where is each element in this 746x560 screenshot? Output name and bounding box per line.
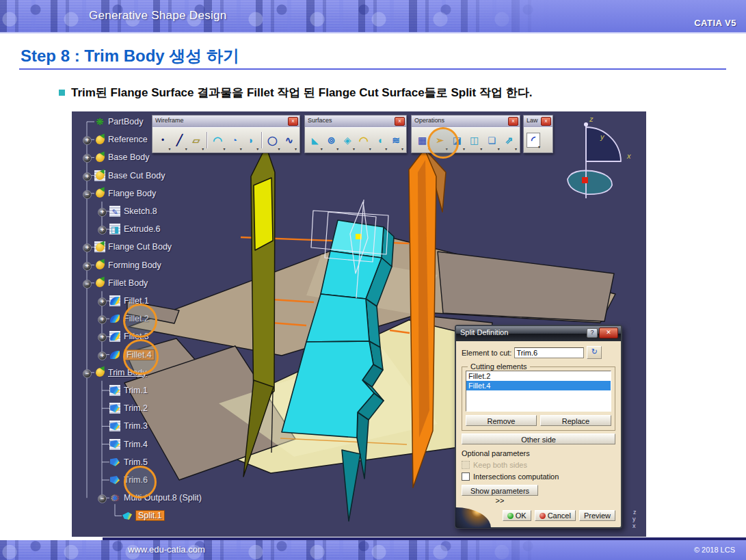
expander-icon[interactable]: + — [83, 172, 92, 181]
tree-item-fillet-1[interactable]: +Fillet.1 — [74, 295, 245, 307]
svg-text:x: x — [632, 522, 636, 529]
checkbox-icon[interactable] — [462, 472, 470, 481]
sphere-surface-icon[interactable] — [340, 131, 355, 150]
expander-icon[interactable]: + — [98, 333, 107, 342]
boundary-icon[interactable] — [466, 131, 482, 150]
expander-icon[interactable]: + — [98, 315, 107, 324]
expander-icon[interactable]: + — [98, 297, 107, 306]
expander-icon[interactable]: + — [98, 351, 107, 360]
revolve-surface-icon[interactable] — [324, 131, 339, 150]
blend-curve-icon[interactable] — [243, 131, 258, 150]
tree-item-label[interactable]: Base Cut Body — [108, 171, 165, 181]
tree-item-fillet-2[interactable]: +Fillet.2 — [74, 312, 245, 325]
expander-icon[interactable]: + — [83, 136, 92, 145]
expander-icon[interactable]: + — [98, 226, 107, 235]
expander-icon[interactable]: + — [83, 154, 92, 163]
tree-item-forming-body[interactable]: +Forming Body — [74, 259, 245, 271]
tree-item-split-1[interactable]: Split.1 — [74, 509, 245, 522]
body-icon — [94, 152, 105, 163]
tree-item-label[interactable]: Sketch.8 — [124, 206, 157, 216]
tree-item-fillet-4[interactable]: +Fillet.4 — [74, 349, 245, 361]
toolbar-surfaces[interactable]: Surfaces x — [304, 115, 407, 153]
cutting-elements-list[interactable]: Fillet.2Fillet.4 — [466, 371, 611, 412]
circle-icon[interactable] — [265, 131, 280, 150]
tree-item-label[interactable]: Fillet Body — [108, 278, 148, 288]
footer-band: www.edu-catia.com © 2018 LCS — [0, 540, 746, 560]
sweep-surface-icon[interactable] — [373, 131, 388, 150]
tree-item-label[interactable]: Extrude.6 — [124, 224, 161, 234]
footer-site-link[interactable]: www.edu-catia.com — [128, 544, 205, 555]
extract-icon[interactable] — [483, 131, 499, 150]
fill-surface-icon[interactable] — [388, 131, 403, 150]
remove-button[interactable]: Remove — [466, 415, 537, 426]
tree-item-label[interactable]: Reference — [108, 135, 148, 144]
tree-item-trim-5[interactable]: Trim.5 — [74, 456, 245, 468]
tree-item-base-cut-body[interactable]: +Base Cut Body — [74, 170, 245, 182]
tree-item-label[interactable]: Forming Body — [108, 261, 161, 270]
element-to-cut-input[interactable] — [514, 347, 584, 358]
extrude-surface-icon[interactable] — [308, 131, 323, 150]
tree-item-trim-body[interactable]: −Trim Body — [74, 366, 245, 379]
tree-item-trim-6[interactable]: Trim.6 — [74, 474, 245, 486]
tree-item-label[interactable]: PartBody — [108, 117, 143, 126]
dialog-titlebar[interactable]: Split Definition ? ✕ — [456, 326, 621, 341]
cancel-button[interactable]: Cancel — [535, 510, 576, 521]
expander-icon[interactable]: − — [98, 494, 107, 503]
tree-item-trim-2[interactable]: Trim.2 — [74, 402, 245, 414]
tree-item-label[interactable]: Trim.2 — [124, 403, 148, 413]
body-icon — [94, 170, 105, 181]
extrapolate-icon[interactable] — [501, 131, 517, 150]
tree-item-trim-1[interactable]: Trim.1 — [74, 384, 245, 397]
tree-item-label[interactable]: Trim.4 — [124, 440, 148, 449]
tree-item-flange-cut-body[interactable]: +Flange Cut Body — [74, 241, 245, 253]
close-icon[interactable]: ✕ — [599, 328, 618, 338]
tree-item-reference[interactable]: +Reference — [74, 133, 245, 146]
help-icon[interactable]: ? — [587, 328, 598, 338]
other-side-button[interactable]: Other side — [462, 434, 615, 444]
intersections-computation-checkbox[interactable]: Intersections computation — [462, 472, 615, 481]
split-definition-dialog: Split Definition ? ✕ Element to cut: ↻ C… — [455, 325, 622, 529]
optional-parameters-label: Optional parameters — [462, 449, 615, 457]
expander-icon[interactable]: + — [98, 208, 107, 217]
toolbar-law[interactable]: Law x — [523, 115, 553, 153]
ok-button[interactable]: OK — [503, 510, 531, 521]
cutting-element-row[interactable]: Fillet.4 — [466, 381, 611, 390]
partbody-icon — [94, 116, 105, 127]
tree-item-partbody[interactable]: PartBody — [74, 116, 245, 128]
cutting-element-row[interactable]: Fillet.2 — [466, 371, 611, 381]
tree-item-fillet-3[interactable]: +Fillet.3 — [74, 330, 245, 343]
spline-icon[interactable] — [282, 131, 297, 150]
law-icon[interactable] — [527, 133, 540, 148]
tree-item-flange-body[interactable]: −Flange Body — [74, 187, 245, 200]
tree-item-multi-output-8-split-[interactable]: −Multi Output.8 (Split) — [74, 492, 245, 504]
expander-icon[interactable]: + — [83, 262, 92, 271]
tree-item-base-body[interactable]: +Base Body — [74, 151, 245, 163]
replace-button[interactable]: Replace — [540, 415, 611, 426]
expander-icon[interactable]: + — [83, 243, 92, 252]
tree-item-label[interactable]: Split.1 — [135, 510, 165, 521]
tree-item-label[interactable]: Trim.3 — [124, 421, 148, 431]
tree-item-label[interactable]: Flange Cut Body — [108, 242, 172, 252]
expander-icon[interactable]: − — [83, 190, 92, 199]
tree-item-label[interactable]: Trim.1 — [124, 386, 148, 395]
tree-item-extrude-6[interactable]: +Extrude.6 — [74, 223, 245, 235]
close-icon[interactable]: x — [508, 117, 518, 126]
specification-tree[interactable]: PartBody+Reference+Base Body+Base Cut Bo… — [74, 111, 245, 537]
close-icon[interactable]: x — [395, 117, 405, 126]
tree-item-sketch-8[interactable]: +Sketch.8 — [74, 205, 245, 217]
preview-button[interactable]: Preview — [579, 510, 615, 521]
expander-icon[interactable]: − — [83, 280, 92, 289]
close-icon[interactable]: x — [541, 117, 551, 126]
tree-item-label[interactable]: Flange Body — [108, 189, 156, 198]
tree-item-trim-3[interactable]: Trim.3 — [74, 420, 245, 432]
tree-item-trim-4[interactable]: Trim.4 — [74, 438, 245, 451]
annotation-circle-fillet2 — [123, 304, 157, 338]
expander-icon[interactable]: − — [83, 369, 92, 378]
element-selector-icon[interactable]: ↻ — [587, 346, 602, 359]
annotation-circle-fillet4 — [123, 339, 159, 375]
offset-surface-icon[interactable] — [356, 131, 371, 150]
tree-item-label[interactable]: Base Body — [108, 152, 149, 162]
tree-item-fillet-body[interactable]: −Fillet Body — [74, 277, 245, 289]
show-parameters-button[interactable]: Show parameters >> — [462, 485, 538, 496]
close-icon[interactable]: x — [288, 117, 298, 126]
